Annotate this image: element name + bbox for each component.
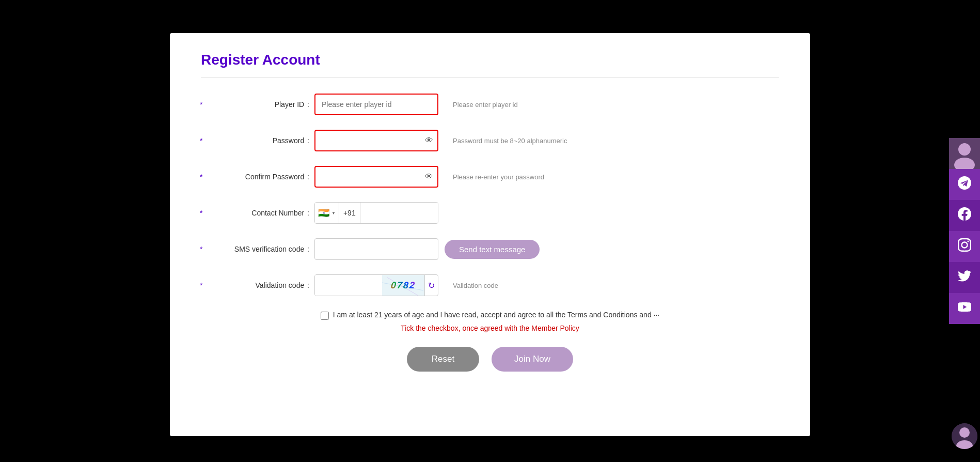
page-wrapper: Register Account * Player ID : Please en… [0, 0, 980, 462]
terms-checkbox[interactable] [321, 312, 329, 320]
avatar-top-image [949, 138, 980, 169]
svg-point-3 [958, 143, 971, 156]
confirm-password-row: * Confirm Password : 👁 Please re-enter y… [201, 166, 779, 188]
terms-text: I am at least 21 years of age and I have… [333, 311, 659, 319]
svg-point-6 [959, 427, 970, 438]
confirm-password-input[interactable] [314, 166, 438, 188]
social-bar [949, 138, 980, 324]
password-row: * Password : 👁 Password must be 8~20 alp… [201, 130, 779, 151]
button-row: Reset Join Now [201, 347, 779, 372]
contact-number-row: * Contact Number : 🇮🇳 ▼ +91 [201, 202, 779, 224]
social-avatar-top[interactable] [949, 138, 980, 169]
terms-warning: Tick the checkbox, once agreed with the … [201, 324, 779, 332]
sms-label: * SMS verification code : [201, 245, 314, 253]
captcha-input[interactable] [315, 275, 382, 296]
join-now-button[interactable]: Join Now [492, 347, 573, 372]
social-telegram[interactable] [949, 169, 980, 200]
captcha-wrap: 0782 ↻ [314, 274, 438, 296]
required-star-pw: * [200, 136, 202, 145]
password-label: * Password : [201, 136, 314, 145]
required-star-sms: * [200, 245, 202, 253]
password-input[interactable] [314, 130, 438, 151]
twitter-icon [958, 269, 971, 286]
country-select[interactable]: 🇮🇳 ▼ [315, 203, 339, 223]
validation-code-label: * Validation code : [201, 281, 314, 289]
required-star-cpw: * [200, 173, 202, 181]
divider [201, 78, 779, 78]
bottom-avatar-image [952, 423, 977, 449]
validation-input-wrap: 0782 ↻ Validation code [314, 274, 498, 296]
password-hint: Password must be 8~20 alphanumeric [453, 137, 567, 145]
confirm-password-eye-icon[interactable]: 👁 [425, 172, 433, 181]
required-star-cn: * [200, 209, 202, 217]
player-id-hint: Please enter player id [453, 101, 518, 109]
confirm-password-label: * Confirm Password : [201, 173, 314, 181]
required-star-vc: * [200, 281, 202, 289]
avatar-top-svg [949, 138, 980, 169]
sms-wrap: Send text message [314, 238, 540, 260]
password-eye-icon[interactable]: 👁 [425, 136, 433, 145]
player-id-label: * Player ID : [201, 100, 314, 109]
contact-number-label: * Contact Number : [201, 209, 314, 217]
facebook-icon [958, 207, 971, 224]
captcha-text: 0782 [390, 280, 416, 291]
send-sms-button[interactable]: Send text message [445, 240, 540, 259]
social-youtube[interactable] [949, 293, 980, 324]
page-title: Register Account [201, 52, 779, 68]
captcha-image: 0782 [382, 275, 424, 296]
bottom-avatar[interactable] [949, 421, 980, 452]
sms-code-input[interactable] [314, 238, 438, 260]
password-input-container: 👁 [314, 130, 438, 151]
confirm-password-input-container: 👁 [314, 166, 438, 188]
instagram-icon [958, 238, 971, 255]
country-flag: 🇮🇳 [318, 207, 329, 219]
player-id-input[interactable] [314, 94, 438, 115]
youtube-icon [958, 300, 971, 317]
phone-number-input[interactable] [360, 203, 438, 223]
reset-button[interactable]: Reset [407, 347, 479, 372]
confirm-password-hint: Please re-enter your password [453, 173, 544, 181]
social-instagram[interactable] [949, 231, 980, 262]
password-input-wrap: 👁 Password must be 8~20 alphanumeric [314, 130, 567, 151]
terms-row: I am at least 21 years of age and I have… [201, 311, 779, 320]
register-card: Register Account * Player ID : Please en… [170, 33, 810, 436]
required-star: * [200, 100, 202, 109]
social-facebook[interactable] [949, 200, 980, 231]
sms-row: * SMS verification code : Send text mess… [201, 238, 779, 260]
telegram-icon [958, 176, 971, 193]
social-twitter[interactable] [949, 262, 980, 293]
confirm-password-input-wrap: 👁 Please re-enter your password [314, 166, 544, 188]
player-id-input-wrap: Please enter player id [314, 94, 518, 115]
player-id-row: * Player ID : Please enter player id [201, 94, 779, 115]
validation-code-row: * Validation code : 0782 ↻ Valid [201, 274, 779, 296]
phone-prefix: +91 [339, 203, 360, 223]
captcha-refresh-button[interactable]: ↻ [424, 275, 438, 296]
dropdown-arrow-icon: ▼ [331, 211, 336, 215]
bottom-avatar-svg [952, 423, 977, 449]
captcha-hint: Validation code [453, 282, 498, 289]
phone-wrap: 🇮🇳 ▼ +91 [314, 202, 438, 224]
